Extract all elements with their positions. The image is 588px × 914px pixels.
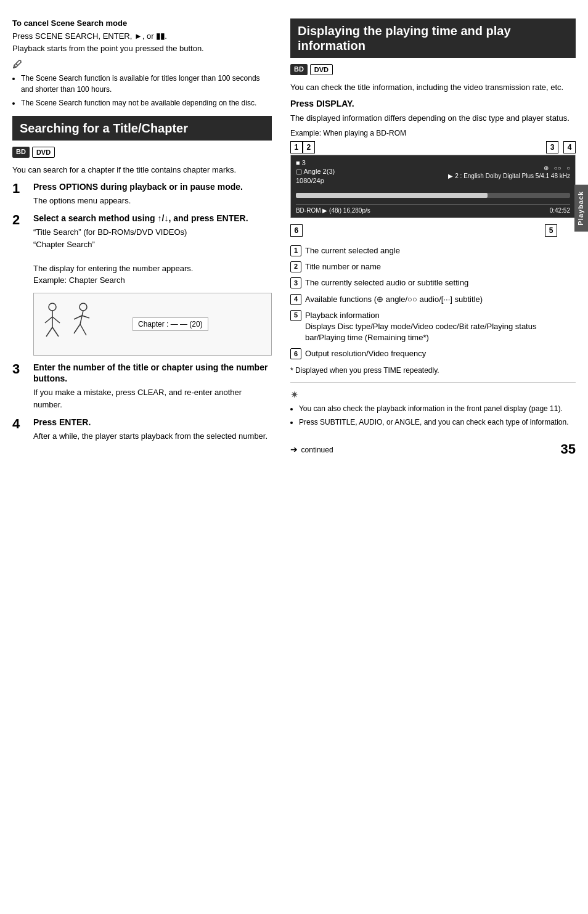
left-column: To cancel Scene Search mode Press SCENE … <box>12 12 284 902</box>
info-text-4: Available functions (⊕ angle/○○ audio/[·… <box>305 294 576 305</box>
bd-right-icon: ⊕ ○○ ○ <box>544 165 570 171</box>
step-2-body: “Title Search” (for BD-ROMs/DVD VIDEOs) … <box>33 226 272 287</box>
diagram-num-4: 4 <box>563 141 576 153</box>
info-item-4: 4 Available functions (⊕ angle/○○ audio/… <box>290 294 576 305</box>
diagram-num-3: 3 <box>546 141 558 153</box>
svg-line-9 <box>82 316 89 318</box>
diagram-num-1: 1 <box>290 141 303 153</box>
chapter-input: Chapter : — — (20) <box>133 317 208 331</box>
info-circle-1: 1 <box>290 245 301 256</box>
info-text-5: Playback information Displays Disc type/… <box>305 310 576 344</box>
chapter-search-illustration <box>40 300 114 349</box>
step-3: 3 Enter the number of the title or chapt… <box>12 362 272 410</box>
footer-row: ➔ ➔continued continued 35 <box>290 435 576 457</box>
searching-section-header: Searching for a Title/Chapter <box>12 116 272 141</box>
bd-bottom-left: BD-ROM ▶ (48i) 16,280p/s <box>296 207 370 214</box>
step-4-number: 4 <box>12 417 30 431</box>
badge-dvd-right: DVD <box>310 64 333 75</box>
tip-icon: ✷ <box>290 389 576 401</box>
bd-display-box: ■ 3 ▢ Angle 2(3) 1080/24p ⊕ ○○ ○ ▶ 2 : E… <box>290 155 576 218</box>
chapter-search-image: Chapter : — — (20) <box>33 293 272 356</box>
displaying-intro: You can check the title information, inc… <box>290 81 576 94</box>
displaying-section-header: Displaying the playing time and play inf… <box>290 18 576 58</box>
step-4-body: After a while, the player starts playbac… <box>33 430 272 443</box>
diagram-num-5: 5 <box>545 224 557 237</box>
diagram-num-2: 2 <box>303 141 315 153</box>
svg-line-5 <box>52 327 59 337</box>
figure-area: Chapter : — — (20) <box>40 300 265 349</box>
diagram-bottom-numbers: 6 5 <box>290 224 576 237</box>
svg-line-2 <box>45 317 52 323</box>
info-circle-5: 5 <box>290 310 301 321</box>
step-1-title: Press OPTIONS during playback or in paus… <box>33 181 272 192</box>
info-item-1: 1 The current selected angle <box>290 245 576 256</box>
svg-point-0 <box>49 303 56 311</box>
info-item-3: 3 The currently selected audio or subtit… <box>290 277 576 288</box>
note-item: The Scene Search function is available f… <box>21 73 272 95</box>
svg-line-11 <box>80 324 86 335</box>
info-item-2: 2 Title number or name <box>290 261 576 272</box>
progress-bar <box>296 193 570 198</box>
step-2-number: 2 <box>12 213 30 227</box>
bd-display-inner: ■ 3 ▢ Angle 2(3) 1080/24p ⊕ ○○ ○ ▶ 2 : E… <box>296 159 570 214</box>
info-circle-4: 4 <box>290 294 301 305</box>
badge-bd-right: BD <box>290 64 308 75</box>
bd-angle: ▢ Angle 2(3) <box>296 168 335 176</box>
tip-item-1: You can also check the playback informat… <box>299 403 576 414</box>
tip-item-2: Press SUBTITLE, AUDIO, or ANGLE, and you… <box>299 417 576 428</box>
step-1-content: Press OPTIONS during playback or in paus… <box>33 181 272 207</box>
cancel-notes: The Scene Search function is available f… <box>12 73 272 108</box>
badge-bd-left: BD <box>12 147 30 158</box>
svg-line-8 <box>74 316 82 319</box>
info-text-1: The current selected angle <box>305 245 576 256</box>
diagram-num-6: 6 <box>290 224 303 237</box>
searching-badges: BD DVD <box>12 147 272 158</box>
page-number: 35 <box>561 441 576 457</box>
left-footer <box>12 449 272 467</box>
continued-text: ➔ ➔continued continued <box>290 444 333 454</box>
step-4-title: Press ENTER. <box>33 417 272 428</box>
press-display-heading: Press DISPLAY. <box>290 99 576 108</box>
cancel-scene-search-body: Press SCENE SEARCH, ENTER, ►, or ▮▮. Pla… <box>12 30 272 54</box>
info-items-list: 1 The current selected angle 2 Title num… <box>290 245 576 360</box>
info-circle-3: 3 <box>290 277 301 288</box>
bd-audio-info: ▶ 2 : English Dolby Digital Plus 5/4.1 4… <box>448 173 570 179</box>
bd-rom-diagram: 1 2 3 4 ■ 3 ▢ Angle 2(3) <box>290 141 576 237</box>
step-1-number: 1 <box>12 181 30 196</box>
info-item-5: 5 Playback information Displays Disc typ… <box>290 310 576 344</box>
bd-left-info: ■ 3 ▢ Angle 2(3) 1080/24p <box>296 159 335 184</box>
step-4: 4 Press ENTER. After a while, the player… <box>12 417 272 443</box>
right-column: Displaying the playing time and play inf… <box>284 12 576 902</box>
info-text-6: Output resolution/Video frequency <box>305 348 576 359</box>
info-circle-6: 6 <box>290 348 301 359</box>
step-3-body: If you make a mistake, press CLEAR, and … <box>33 386 272 410</box>
searching-intro: You can search for a chapter if the titl… <box>12 164 272 176</box>
bd-bottom-right: 0:42:52 <box>550 207 570 214</box>
info-text-2: Title number or name <box>305 261 576 272</box>
bd-bottom-bar: BD-ROM ▶ (48i) 16,280p/s 0:42:52 <box>296 204 570 214</box>
svg-line-4 <box>46 327 52 337</box>
step-3-number: 3 <box>12 362 30 377</box>
svg-line-7 <box>80 311 83 324</box>
step-2-title: Select a search method using ↑/↓, and pr… <box>33 213 272 224</box>
note-item: The Scene Search function may not be ava… <box>21 97 272 108</box>
bd-right-info: ⊕ ○○ ○ ▶ 2 : English Dolby Digital Plus … <box>448 165 570 179</box>
diagram-top-numbers: 1 2 3 4 <box>290 141 576 153</box>
chapter-input-mock-container: Chapter : — — (20) <box>133 317 208 331</box>
info-item-6: 6 Output resolution/Video frequency <box>290 348 576 359</box>
bd-resolution: 1080/24p <box>296 177 335 184</box>
note-icon: 🖊 <box>12 59 272 70</box>
bd-row-top: ■ 3 ▢ Angle 2(3) 1080/24p ⊕ ○○ ○ ▶ 2 : E… <box>296 159 570 184</box>
cancel-scene-search-title: To cancel Scene Search mode <box>12 18 272 28</box>
svg-line-10 <box>74 324 80 333</box>
info-circle-2: 2 <box>290 261 301 272</box>
press-display-body: The displayed information differs depend… <box>290 112 576 124</box>
step-2: 2 Select a search method using ↑/↓, and … <box>12 213 272 287</box>
step-4-content: Press ENTER. After a while, the player s… <box>33 417 272 443</box>
step-3-title: Enter the number of the title or chapter… <box>33 362 272 384</box>
svg-point-6 <box>80 303 87 311</box>
step-1-body: The options menu appears. <box>33 195 272 207</box>
horizontal-rule <box>290 382 576 383</box>
tips-list: You can also check the playback informat… <box>290 403 576 428</box>
asterisk-note: * Displayed when you press TIME repeated… <box>290 365 576 376</box>
